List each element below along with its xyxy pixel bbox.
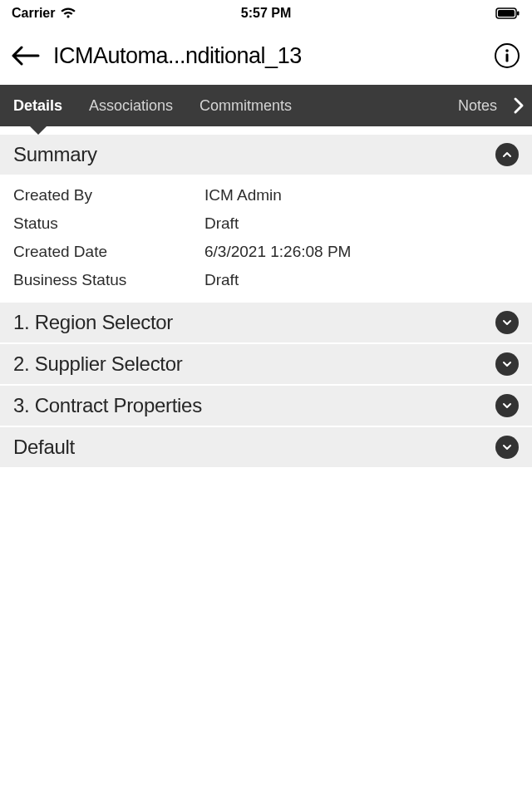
svg-point-4 <box>505 49 509 52</box>
chevron-down-icon <box>495 311 519 334</box>
battery-icon <box>495 7 520 19</box>
page-title: ICMAutoma...nditional_13 <box>53 43 480 69</box>
chevron-down-icon <box>495 436 519 459</box>
svg-rect-1 <box>498 10 515 17</box>
tab-commitments[interactable]: Commitments <box>186 85 305 126</box>
section-supplier-selector[interactable]: 2. Supplier Selector <box>0 344 532 386</box>
tab-details[interactable]: Details <box>0 85 76 126</box>
chevron-right-icon <box>509 96 529 116</box>
summary-row: Created Date 6/3/2021 1:26:08 PM <box>0 238 532 266</box>
summary-label: Created By <box>13 186 204 204</box>
back-button[interactable] <box>12 45 40 66</box>
svg-rect-5 <box>506 54 509 62</box>
summary-label: Created Date <box>13 243 204 261</box>
wifi-icon <box>60 7 76 19</box>
chevron-down-icon <box>495 394 519 417</box>
tabs-scroll-right[interactable] <box>509 85 532 126</box>
clock: 5:57 PM <box>241 6 291 21</box>
summary-label: Business Status <box>13 271 204 289</box>
svg-rect-2 <box>517 12 520 16</box>
carrier-label: Carrier <box>12 6 55 21</box>
section-region-selector[interactable]: 1. Region Selector <box>0 303 532 344</box>
summary-value: ICM Admin <box>204 186 519 204</box>
section-default[interactable]: Default <box>0 427 532 469</box>
tab-associations[interactable]: Associations <box>76 85 186 126</box>
section-summary-header[interactable]: Summary <box>0 135 532 176</box>
summary-row: Status Draft <box>0 209 532 238</box>
section-contract-properties[interactable]: 3. Contract Properties <box>0 386 532 427</box>
summary-value: 6/3/2021 1:26:08 PM <box>204 243 519 261</box>
section-summary-body: Created By ICM Admin Status Draft Create… <box>0 176 532 303</box>
status-bar: Carrier 5:57 PM <box>0 0 532 27</box>
summary-value: Draft <box>204 271 519 289</box>
summary-row: Business Status Draft <box>0 266 532 294</box>
section-summary-title: Summary <box>13 143 97 166</box>
summary-row: Created By ICM Admin <box>0 181 532 209</box>
tab-bar: Details Associations Commitments Notes <box>0 85 532 126</box>
chevron-up-icon <box>495 143 519 166</box>
summary-value: Draft <box>204 214 519 233</box>
info-button[interactable] <box>494 42 520 69</box>
content: Summary Created By ICM Admin Status Draf… <box>0 135 532 469</box>
page-header: ICMAutoma...nditional_13 <box>0 27 532 85</box>
chevron-down-icon <box>495 352 519 376</box>
summary-label: Status <box>13 214 204 233</box>
